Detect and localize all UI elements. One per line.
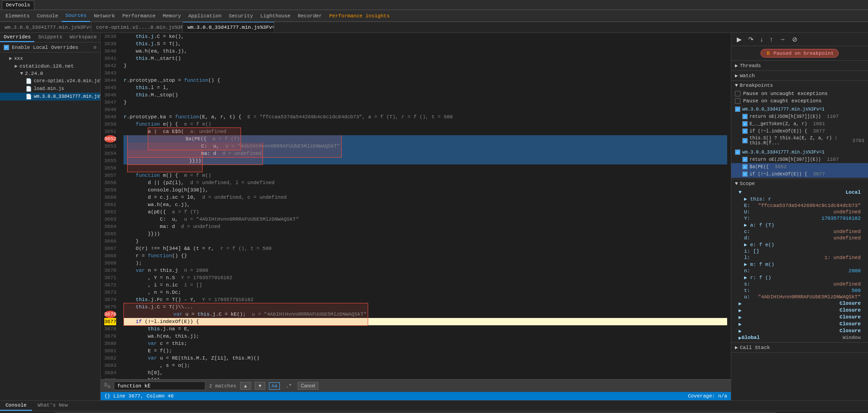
nav-performance[interactable]: Performance (118, 10, 159, 22)
step-over-btn[interactable]: ↷ (746, 35, 755, 44)
scope-this[interactable]: ▶ this: r (735, 196, 864, 202)
bp-item-1-4[interactable]: ✓ this.S() ? this.ka(E, Z, a, r) : this.… (731, 135, 868, 147)
ln-3674: 3674 (104, 296, 116, 303)
bp-file-1-checkbox[interactable]: ✓ (735, 106, 740, 112)
file-tab-0[interactable]: wm.3.0.0_33d41777.min.js%3Fv=1 × (0, 22, 91, 33)
watch-header[interactable]: ▶ Watch (731, 71, 868, 80)
watch-label: Watch (740, 73, 755, 79)
scope-closure-2[interactable]: ▶ Closure (735, 307, 864, 314)
scope-closure-5[interactable]: ▶ Closure (735, 328, 864, 334)
bp-check-1-2[interactable]: ✓ (742, 121, 748, 127)
nav-lighthouse[interactable]: Lighthouse (257, 10, 294, 22)
breakpoints-header[interactable]: ▼ Breakpoints (731, 81, 868, 90)
step-into-btn[interactable]: ↓ (758, 35, 765, 44)
bp-file-1-header[interactable]: ✓ wm.3.0.0_33d41777.min.js%3Fv=1 (731, 106, 868, 113)
scope-closure-1[interactable]: ▶ Closure (735, 300, 864, 307)
bp-check-2-2[interactable]: ✓ (742, 164, 748, 169)
nav-console[interactable]: Console (33, 10, 62, 22)
scope-global[interactable]: ▶ Global Window (735, 334, 864, 341)
console-tab[interactable]: Console (0, 401, 32, 411)
scope-e[interactable]: ▶ e: f e() (735, 241, 864, 248)
scope-a-key: ▶ a: f (T) (744, 222, 774, 228)
file-tab-2[interactable]: wm.3.0.0_33d41777.min.js%3Fv=1 × (183, 22, 274, 33)
scope-local-triangle: ▼ (739, 190, 742, 195)
scope-m[interactable]: ▶ m: f m() (735, 261, 864, 268)
search-next-btn[interactable]: ▼ (255, 382, 266, 390)
search-case-btn[interactable]: Aa (269, 382, 279, 390)
scope-a[interactable]: ▶ a: f (T) (735, 222, 864, 228)
threads-header[interactable]: ▶ Threads (731, 61, 868, 70)
scope-n: n: 2000 (735, 268, 864, 274)
pause-uncaught-checkbox[interactable] (735, 91, 740, 96)
nav-sources[interactable]: Sources (62, 10, 90, 22)
ln-3644: 3644 (104, 77, 116, 84)
nav-application[interactable]: Application (185, 10, 225, 22)
bp-file-2-header[interactable]: ✓ wm.3.0.0_33d41777.min.js%3Fv=1 (731, 148, 868, 156)
scope-Y-val: 1703577916182 (821, 216, 861, 221)
code-line-3684: h[0], (123, 369, 727, 376)
scope-local-label: Local (846, 190, 861, 195)
code-line-3673: , n = n.Dc; (123, 289, 727, 296)
nav-performance-insights[interactable]: Performance insights (326, 10, 393, 22)
search-prev-btn[interactable]: ▲ (240, 382, 251, 390)
tree-file-1[interactable]: 📄 load.min.js (0, 85, 100, 93)
scope-Y-key: Y: (744, 216, 750, 221)
bp-item-1-2[interactable]: ✓ E_._getToken(Z, a, r) 1601 (731, 120, 868, 127)
bp-item-2-1[interactable]: ✓ return oE(JSON[h[397]](E)) 1107 (731, 156, 868, 163)
scope-c-val: undefined (834, 229, 861, 234)
nav-memory[interactable]: Memory (159, 10, 185, 22)
bp-item-1-3[interactable]: ✓ if (!~l.indexOf(E)) { 3677 (731, 127, 868, 135)
scope-closure-4[interactable]: ▶ Closure (735, 321, 864, 328)
step-out-btn[interactable]: ↑ (768, 35, 775, 44)
bp-check-2-3[interactable]: ✓ (742, 171, 748, 177)
scope-local-header[interactable]: ▼ Local (735, 189, 864, 196)
tree-file-2[interactable]: 📄 wm.3.0.0_33d41777.min.js%3Fv=1 (0, 93, 100, 101)
bp-check-1-4[interactable]: ✓ (742, 138, 748, 143)
file-icon-1: 📄 (26, 86, 32, 92)
bp-check-1-1[interactable]: ✓ (742, 114, 748, 119)
overrides-clear-btn[interactable]: ⊘ (93, 44, 96, 50)
nav-elements[interactable]: Elements (2, 10, 33, 22)
threads-label: Threads (740, 63, 761, 69)
resume-btn[interactable]: ▶ (735, 35, 744, 44)
code-line-3666: } (123, 238, 727, 245)
whats-new-tab[interactable]: What's New (32, 401, 73, 411)
tree-root[interactable]: ▶ xxx (0, 54, 100, 62)
pause-caught-checkbox[interactable] (735, 98, 740, 104)
chrome-tab-devtools[interactable]: DevTools (2, 0, 34, 10)
nav-security[interactable]: Security (225, 10, 257, 22)
scope-l: l: 1: undefined (735, 254, 864, 261)
search-regex-btn[interactable]: .* (284, 382, 294, 390)
debugger-toolbar: ▶ ↷ ↓ ↑ → ⊘ (731, 33, 868, 46)
file-tab-1[interactable]: core-optimi.v2....0.min.js%3Fv=1 × (91, 22, 183, 33)
scope-header[interactable]: ▼ Scope (731, 179, 868, 188)
bp-check-1-3[interactable]: ✓ (742, 128, 748, 134)
enable-overrides-checkbox[interactable]: ✓ (4, 45, 9, 50)
code-container[interactable]: 3638 3639 3640 3641 3642 3643 3644 3645 … (101, 33, 731, 379)
tree-file-0[interactable]: 📄 core-optimi.v24.0.min.js%3Fv=1 (0, 77, 100, 85)
scope-triangle: ▼ (735, 181, 738, 186)
bp-item-1-1[interactable]: ✓ return oE(JSON[h[397]](E)) 1107 (731, 113, 868, 120)
scope-u: u: "4AbIHtHvnn0RRRAFUUbE5MlzDNWAQSkT" (735, 294, 864, 300)
tree-version[interactable]: ▼ 2.24.0 (0, 70, 100, 77)
bp-item-2-3[interactable]: ✓ if (!~l.indexOf(E)) { 3677 (731, 170, 868, 178)
scope-closure-3[interactable]: ▶ Closure (735, 314, 864, 321)
nav-network[interactable]: Network (90, 10, 118, 22)
deactivate-breakpoints-btn[interactable]: ⊘ (790, 35, 799, 44)
scope-l-val: 1: undefined (825, 255, 861, 260)
scope-r[interactable]: ▶ r: f () (735, 274, 864, 281)
bp-item-2-2[interactable]: ✓ $a(PE({ 3652 (731, 163, 868, 170)
search-cancel-btn[interactable]: Cancel (298, 382, 318, 390)
tab-workspace[interactable]: Workspace (66, 33, 100, 42)
tree-domain[interactable]: ▶ cstaticdun.126.net (0, 62, 100, 70)
call-stack-header[interactable]: ▶ Call Stack (731, 343, 868, 352)
nav-recorder[interactable]: Recorder (294, 10, 326, 22)
tab-overrides[interactable]: Overrides (0, 33, 34, 42)
tab-snippets[interactable]: Snippets (34, 33, 66, 42)
step-btn[interactable]: → (777, 35, 788, 44)
search-input[interactable] (114, 381, 205, 390)
code-line-3659: console.log(h[338]), (123, 186, 727, 194)
bp-file-2-checkbox[interactable]: ✓ (735, 149, 740, 155)
bp-check-2-1[interactable]: ✓ (742, 157, 748, 162)
scope-i-key: i: [] (744, 249, 759, 254)
